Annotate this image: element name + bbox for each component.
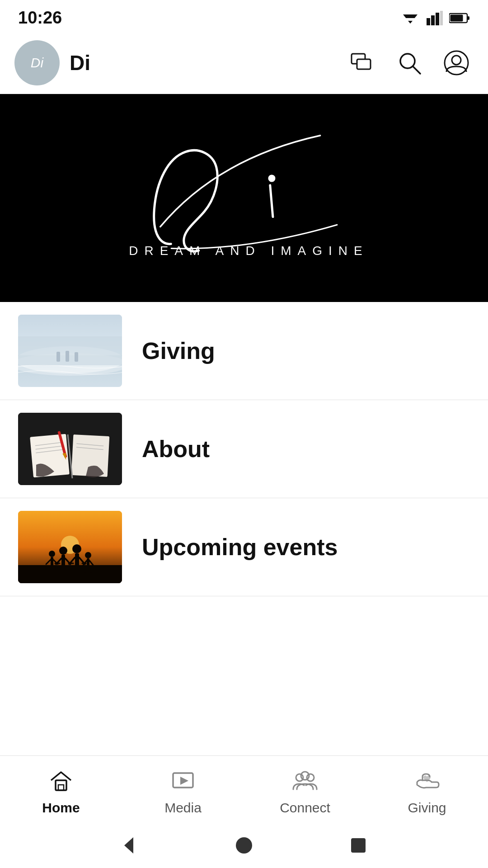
hero-subtitle: DREAM AND IMAGINE: [129, 244, 368, 258]
nav-item-home[interactable]: Home: [0, 767, 122, 816]
svg-rect-21: [56, 352, 60, 362]
nav-label-connect: Connect: [280, 800, 330, 816]
user-name: Di: [70, 51, 90, 75]
svg-rect-66: [58, 785, 64, 790]
svg-point-44: [59, 547, 67, 555]
svg-rect-51: [75, 553, 79, 567]
avatar-initials: Di: [31, 55, 43, 71]
svg-point-56: [85, 552, 91, 558]
avatar[interactable]: Di: [14, 40, 60, 85]
status-time: 10:26: [18, 8, 62, 28]
svg-rect-11: [357, 59, 371, 69]
menu-thumb-about: [18, 413, 122, 485]
menu-item-events[interactable]: Upcoming events: [0, 498, 488, 596]
header-left: Di Di: [14, 40, 90, 85]
media-icon: [170, 769, 196, 794]
svg-point-73: [236, 837, 252, 854]
giving-label: Giving: [142, 337, 215, 364]
svg-rect-39: [51, 557, 53, 567]
giving-icon: [413, 769, 441, 794]
nav-item-connect[interactable]: Connect: [244, 767, 366, 816]
svg-rect-22: [66, 351, 69, 362]
nav-item-giving[interactable]: Giving: [366, 767, 488, 816]
profile-icon: [444, 50, 469, 75]
giving-nav-icon: [413, 767, 441, 796]
nav-item-media[interactable]: Media: [122, 767, 244, 816]
events-label: Upcoming events: [142, 533, 338, 561]
svg-rect-3: [427, 18, 430, 25]
wifi-icon: [400, 11, 420, 25]
home-icon: [48, 769, 74, 794]
svg-rect-37: [18, 565, 122, 583]
menu-item-about[interactable]: About: [0, 400, 488, 498]
svg-rect-57: [87, 558, 89, 567]
svg-rect-74: [351, 838, 366, 853]
home-button[interactable]: [232, 834, 256, 857]
events-scene-svg: [18, 511, 122, 583]
back-button[interactable]: [118, 834, 141, 857]
svg-rect-5: [436, 13, 439, 25]
menu-item-giving[interactable]: Giving: [0, 302, 488, 400]
svg-marker-72: [124, 837, 133, 854]
recents-icon: [348, 835, 368, 855]
status-icons: [400, 11, 470, 25]
chat-icon: [350, 50, 375, 75]
bottom-nav: Home Media Connect: [0, 755, 488, 823]
svg-rect-45: [61, 555, 65, 566]
home-nav-icon: [47, 767, 75, 796]
search-icon: [397, 50, 422, 75]
svg-line-13: [413, 66, 420, 74]
svg-point-14: [445, 51, 468, 75]
profile-button[interactable]: [443, 49, 470, 76]
nav-label-media: Media: [164, 800, 202, 816]
svg-rect-4: [431, 15, 435, 25]
recents-button[interactable]: [347, 834, 370, 857]
menu-thumb-events: [18, 511, 122, 583]
nav-label-giving: Giving: [408, 800, 446, 816]
svg-rect-6: [440, 11, 443, 25]
back-icon: [120, 835, 140, 855]
svg-rect-23: [75, 352, 78, 362]
giving-scene-svg: [18, 315, 122, 387]
svg-point-50: [72, 544, 81, 553]
menu-thumb-giving: [18, 315, 122, 387]
svg-point-15: [452, 56, 461, 65]
status-bar: 10:26: [0, 0, 488, 32]
chat-button[interactable]: [349, 49, 376, 76]
svg-point-38: [49, 551, 55, 557]
battery-icon: [449, 13, 470, 24]
about-scene-svg: [18, 413, 122, 485]
signal-icon: [427, 11, 443, 25]
nav-label-home: Home: [42, 800, 80, 816]
search-button[interactable]: [396, 49, 423, 76]
about-label: About: [142, 435, 210, 462]
connect-nav-icon: [291, 767, 319, 796]
svg-point-16: [268, 175, 276, 182]
menu-list: Giving: [0, 302, 488, 709]
svg-rect-9: [450, 14, 463, 21]
hero-banner: DREAM AND IMAGINE: [0, 94, 488, 302]
system-nav: [0, 823, 488, 868]
svg-marker-2: [408, 21, 413, 24]
app-header: Di Di: [0, 32, 488, 94]
connect-icon: [291, 769, 319, 794]
system-home-icon: [234, 835, 254, 855]
media-nav-icon: [169, 767, 197, 796]
svg-rect-8: [467, 16, 469, 20]
svg-marker-68: [180, 777, 188, 785]
header-actions: [349, 49, 470, 76]
